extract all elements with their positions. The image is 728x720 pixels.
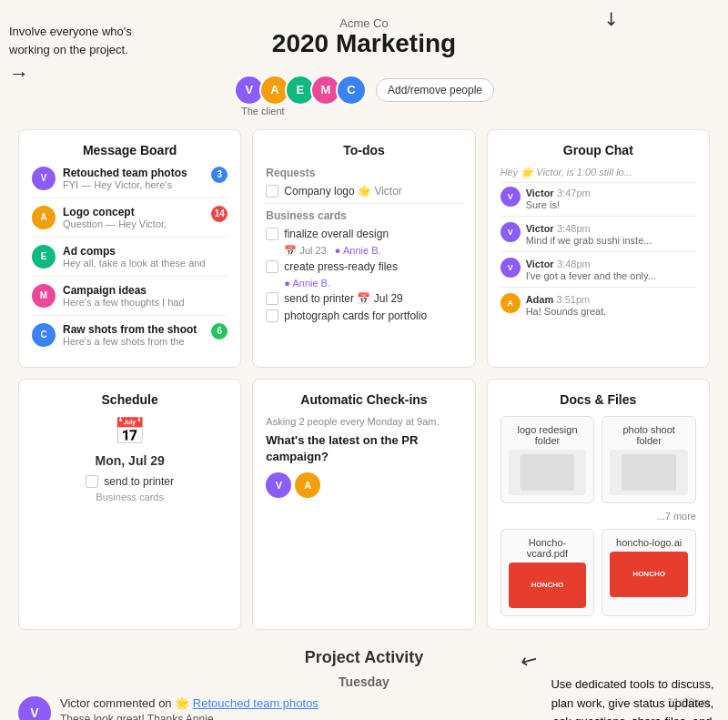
list-item: Business cards bbox=[96, 492, 164, 502]
msg-sub: Here's a few shots from the bbox=[63, 336, 204, 347]
docs-more-label: ...7 more bbox=[500, 511, 696, 522]
schedule-date: Mon, Jul 29 bbox=[32, 453, 228, 468]
checkbox[interactable] bbox=[266, 292, 278, 305]
msg-sub: Hey all, take a look at these and bbox=[63, 258, 228, 269]
doc-pdf-item[interactable]: Honcho-vcard.pdf HONCHO bbox=[500, 529, 595, 616]
list-item[interactable]: C Raw shots from the shoot Here's a few … bbox=[32, 323, 228, 354]
schedule-sub: Business cards bbox=[96, 492, 164, 502]
avatar: V bbox=[32, 167, 56, 190]
list-item: send to printer 📅 Jul 29 bbox=[266, 292, 461, 305]
msg-title: Ad comps bbox=[63, 245, 228, 258]
msg-sub: Question — Hey Victor, bbox=[63, 218, 204, 229]
avatar: V bbox=[18, 696, 51, 720]
main-grid: Message Board V Retouched team photos FY… bbox=[0, 120, 728, 639]
avatar: C bbox=[32, 323, 56, 347]
list-item: V Victor 3:48pm I've got a fever and the… bbox=[500, 258, 696, 288]
activity-title: Project Activity bbox=[18, 648, 710, 667]
message-board-title: Message Board bbox=[32, 143, 228, 157]
unread-badge: 14 bbox=[211, 206, 228, 222]
list-item: photograph cards for portfolio bbox=[266, 309, 461, 322]
client-label: The client bbox=[241, 106, 285, 117]
requests-label: Requests bbox=[266, 167, 461, 179]
docs-title: Docs & Files bbox=[500, 392, 696, 407]
annotation-right: Use dedicated tools to discuss, plan wor… bbox=[546, 675, 719, 720]
avatar: V bbox=[500, 187, 521, 207]
doc-label: honcho-logo.ai bbox=[610, 537, 688, 548]
todos-card: To-dos Requests Company logo 🌟 Victor Bu… bbox=[252, 129, 475, 368]
group-chat-title: Group Chat bbox=[500, 143, 696, 157]
add-remove-people-button[interactable]: Add/remove people bbox=[376, 78, 494, 102]
list-item: V Victor 3:48pm Mind if we grab sushi in… bbox=[500, 222, 696, 252]
msg-title: Campaign ideas bbox=[63, 284, 228, 297]
todo-text: create press-ready files bbox=[284, 260, 461, 273]
list-item: V Victor 3:47pm Sure is! bbox=[500, 187, 696, 217]
schedule-title: Schedule bbox=[32, 392, 228, 407]
checkins-title: Automatic Check-ins bbox=[266, 392, 461, 407]
checkbox[interactable] bbox=[266, 185, 278, 198]
checkbox[interactable] bbox=[266, 309, 278, 322]
avatar: A bbox=[500, 293, 521, 313]
chat-list: V Victor 3:47pm Sure is! V Victor 3:4 bbox=[500, 187, 696, 322]
checkbox[interactable] bbox=[86, 475, 98, 488]
list-item[interactable]: E Ad comps Hey all, take a look at these… bbox=[32, 245, 228, 277]
msg-title: Raw shots from the shoot bbox=[63, 323, 204, 336]
checkins-card: Automatic Check-ins Asking 2 people ever… bbox=[252, 379, 475, 630]
doc-label: logo redesign folder bbox=[509, 424, 587, 446]
org-name: Acme Co bbox=[0, 16, 728, 30]
doc-thumbnail: HONCHO bbox=[610, 552, 688, 597]
todo-text: finalize overall design bbox=[284, 228, 461, 240]
list-item[interactable]: A Logo concept Question — Hey Victor, 14 bbox=[32, 206, 228, 238]
list-item: create press-ready files bbox=[266, 260, 461, 273]
avatar: C bbox=[336, 75, 367, 106]
doc-folder-item[interactable]: photo shoot folder bbox=[602, 416, 696, 503]
checkins-question: What's the latest on the PR campaign? bbox=[266, 432, 461, 465]
schedule-item-text: send to printer bbox=[104, 475, 174, 488]
business-label: Business cards bbox=[266, 209, 461, 222]
checkins-desc: Asking 2 people every Monday at 9am. bbox=[266, 416, 461, 427]
list-item: A Adam 3:51pm Ha! Sounds great. bbox=[500, 293, 696, 322]
avatar: V bbox=[266, 472, 291, 498]
checkins-avatars: V A bbox=[266, 472, 461, 498]
avatar: A bbox=[295, 472, 320, 498]
message-list: V Retouched team photos FYI — Hey Victor… bbox=[32, 167, 228, 354]
group-chat-card: Group Chat Hey 🌟 Victor, is 1:00 still l… bbox=[487, 129, 710, 368]
doc-folder-item[interactable]: logo redesign folder bbox=[500, 416, 595, 503]
avatar: V bbox=[500, 258, 521, 278]
chat-preview: Hey 🌟 Victor, is 1:00 still lo... bbox=[500, 167, 696, 183]
todos-title: To-dos bbox=[266, 143, 461, 157]
docs-grid: logo redesign folder photo shoot folder … bbox=[500, 416, 696, 616]
list-item: send to printer bbox=[86, 475, 174, 488]
checkbox[interactable] bbox=[266, 228, 278, 240]
todo-meta: 📅 Jul 23 ● Annie B. bbox=[284, 245, 461, 257]
avatar: M bbox=[32, 284, 56, 308]
doc-label: Honcho-vcard.pdf bbox=[509, 537, 587, 559]
todo-text: Company logo 🌟 Victor bbox=[284, 185, 461, 198]
avatar: E bbox=[32, 245, 56, 269]
docs-card: Docs & Files logo redesign folder photo … bbox=[487, 379, 710, 630]
todo-text: photograph cards for portfolio bbox=[284, 309, 461, 322]
doc-thumbnail bbox=[610, 450, 688, 495]
project-title: 2020 Marketing bbox=[0, 30, 728, 58]
msg-title: Logo concept bbox=[63, 206, 204, 218]
message-board-card: Message Board V Retouched team photos FY… bbox=[18, 129, 241, 368]
activity-link[interactable]: Retouched team photos bbox=[193, 696, 318, 710]
checkbox[interactable] bbox=[266, 260, 278, 273]
unread-badge: 6 bbox=[211, 323, 228, 340]
avatar: V bbox=[500, 222, 521, 242]
todo-meta: ● Annie B. bbox=[284, 278, 461, 289]
list-item[interactable]: M Campaign ideas Here's a few thoughts I… bbox=[32, 284, 228, 316]
msg-title: Retouched team photos bbox=[63, 167, 204, 179]
list-item[interactable]: V Retouched team photos FYI — Hey Victor… bbox=[32, 167, 228, 198]
doc-thumbnail: HONCHO bbox=[509, 563, 587, 608]
todo-text: send to printer 📅 Jul 29 bbox=[284, 292, 461, 305]
msg-sub: Here's a few thoughts I had bbox=[63, 297, 228, 308]
schedule-card: Schedule 📅 Mon, Jul 29 send to printer B… bbox=[18, 379, 241, 630]
doc-ai-item[interactable]: honcho-logo.ai HONCHO bbox=[602, 529, 696, 616]
list-item: finalize overall design bbox=[266, 228, 461, 240]
page-header: Acme Co 2020 Marketing bbox=[0, 0, 728, 67]
avatar: A bbox=[32, 206, 56, 229]
unread-badge: 3 bbox=[211, 167, 228, 183]
doc-label: photo shoot folder bbox=[610, 424, 688, 446]
msg-sub: FYI — Hey Victor, here's bbox=[63, 179, 204, 190]
calendar-icon: 📅 bbox=[32, 416, 228, 446]
